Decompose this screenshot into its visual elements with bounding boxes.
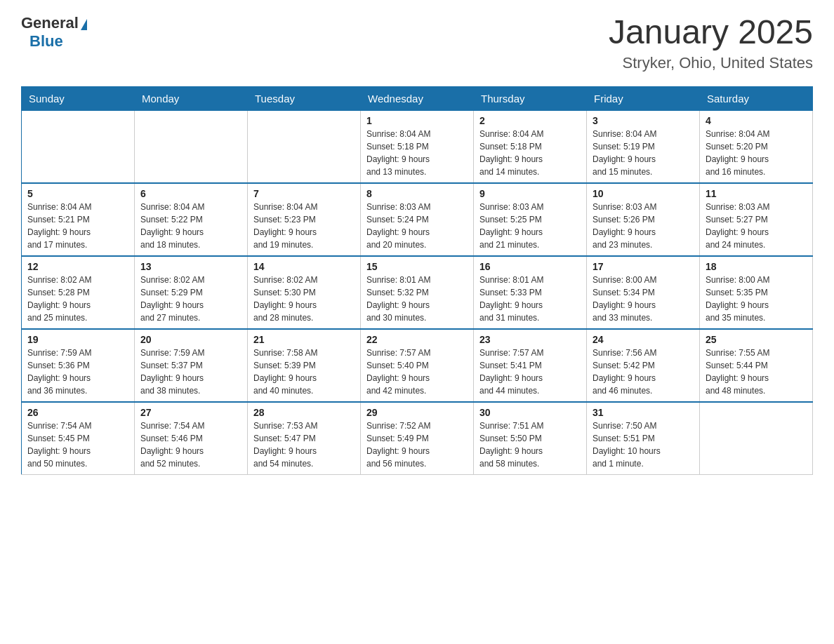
logo-triangle-icon: [81, 19, 87, 30]
day-info: Sunrise: 8:04 AMSunset: 5:18 PMDaylight:…: [479, 128, 581, 178]
day-info: Sunrise: 7:59 AMSunset: 5:37 PMDaylight:…: [140, 347, 241, 397]
day-info: Sunrise: 8:03 AMSunset: 5:27 PMDaylight:…: [706, 201, 807, 251]
calendar-cell: 22Sunrise: 7:57 AMSunset: 5:40 PMDayligh…: [361, 329, 474, 402]
day-info: Sunrise: 7:52 AMSunset: 5:49 PMDaylight:…: [366, 420, 468, 470]
day-number: 4: [706, 115, 807, 126]
page-title: January 2025: [609, 14, 813, 51]
day-number: 16: [479, 261, 581, 272]
day-number: 31: [593, 407, 694, 418]
calendar-week-4: 19Sunrise: 7:59 AMSunset: 5:36 PMDayligh…: [22, 329, 813, 402]
day-number: 21: [253, 334, 355, 345]
day-number: 11: [706, 188, 807, 199]
day-info: Sunrise: 7:59 AMSunset: 5:36 PMDaylight:…: [27, 347, 128, 397]
calendar-week-5: 26Sunrise: 7:54 AMSunset: 5:45 PMDayligh…: [22, 402, 813, 475]
header-friday: Friday: [587, 86, 700, 110]
calendar-body: 1Sunrise: 8:04 AMSunset: 5:18 PMDaylight…: [22, 110, 813, 474]
day-number: 19: [27, 334, 128, 345]
calendar-week-3: 12Sunrise: 8:02 AMSunset: 5:28 PMDayligh…: [22, 256, 813, 329]
day-number: 10: [593, 188, 694, 199]
day-info: Sunrise: 7:58 AMSunset: 5:39 PMDaylight:…: [253, 347, 355, 397]
page-subtitle: Stryker, Ohio, United States: [609, 54, 813, 72]
day-info: Sunrise: 8:04 AMSunset: 5:21 PMDaylight:…: [27, 201, 128, 251]
day-info: Sunrise: 8:02 AMSunset: 5:29 PMDaylight:…: [140, 274, 241, 324]
day-info: Sunrise: 7:54 AMSunset: 5:46 PMDaylight:…: [140, 420, 241, 470]
day-info: Sunrise: 8:04 AMSunset: 5:20 PMDaylight:…: [706, 128, 807, 178]
day-info: Sunrise: 8:03 AMSunset: 5:26 PMDaylight:…: [593, 201, 694, 251]
calendar-cell: 29Sunrise: 7:52 AMSunset: 5:49 PMDayligh…: [361, 402, 474, 475]
header-thursday: Thursday: [474, 86, 587, 110]
calendar-cell: 28Sunrise: 7:53 AMSunset: 5:47 PMDayligh…: [248, 402, 361, 475]
day-number: 15: [366, 261, 468, 272]
calendar-cell: 26Sunrise: 7:54 AMSunset: 5:45 PMDayligh…: [22, 402, 135, 475]
logo-blue-text: Blue: [29, 32, 63, 51]
day-number: 8: [366, 188, 468, 199]
header-saturday: Saturday: [700, 86, 813, 110]
calendar-cell: 5Sunrise: 8:04 AMSunset: 5:21 PMDaylight…: [22, 183, 135, 256]
day-info: Sunrise: 8:04 AMSunset: 5:22 PMDaylight:…: [140, 201, 241, 251]
calendar-cell: 27Sunrise: 7:54 AMSunset: 5:46 PMDayligh…: [135, 402, 248, 475]
day-number: 27: [140, 407, 241, 418]
calendar-cell: 10Sunrise: 8:03 AMSunset: 5:26 PMDayligh…: [587, 183, 700, 256]
calendar-cell: 13Sunrise: 8:02 AMSunset: 5:29 PMDayligh…: [135, 256, 248, 329]
calendar-cell: 25Sunrise: 7:55 AMSunset: 5:44 PMDayligh…: [700, 329, 813, 402]
day-number: 12: [27, 261, 128, 272]
calendar-cell: 20Sunrise: 7:59 AMSunset: 5:37 PMDayligh…: [135, 329, 248, 402]
day-info: Sunrise: 8:03 AMSunset: 5:24 PMDaylight:…: [366, 201, 468, 251]
calendar-cell: 19Sunrise: 7:59 AMSunset: 5:36 PMDayligh…: [22, 329, 135, 402]
calendar-cell: 16Sunrise: 8:01 AMSunset: 5:33 PMDayligh…: [474, 256, 587, 329]
calendar-cell: 9Sunrise: 8:03 AMSunset: 5:25 PMDaylight…: [474, 183, 587, 256]
day-number: 3: [593, 115, 694, 126]
calendar-cell: [135, 110, 248, 183]
day-info: Sunrise: 8:04 AMSunset: 5:23 PMDaylight:…: [253, 201, 355, 251]
calendar-week-2: 5Sunrise: 8:04 AMSunset: 5:21 PMDaylight…: [22, 183, 813, 256]
page-header: General Blue January 2025 Stryker, Ohio,…: [21, 14, 813, 72]
day-number: 30: [479, 407, 581, 418]
day-info: Sunrise: 7:54 AMSunset: 5:45 PMDaylight:…: [27, 420, 128, 470]
calendar-cell: 7Sunrise: 8:04 AMSunset: 5:23 PMDaylight…: [248, 183, 361, 256]
calendar-cell: 24Sunrise: 7:56 AMSunset: 5:42 PMDayligh…: [587, 329, 700, 402]
logo-general-text: General: [21, 14, 79, 32]
day-number: 20: [140, 334, 241, 345]
day-number: 9: [479, 188, 581, 199]
calendar-cell: 6Sunrise: 8:04 AMSunset: 5:22 PMDaylight…: [135, 183, 248, 256]
calendar-cell: 11Sunrise: 8:03 AMSunset: 5:27 PMDayligh…: [700, 183, 813, 256]
calendar-cell: [22, 110, 135, 183]
day-number: 26: [27, 407, 128, 418]
day-info: Sunrise: 8:04 AMSunset: 5:18 PMDaylight:…: [366, 128, 468, 178]
day-number: 25: [706, 334, 807, 345]
day-number: 6: [140, 188, 241, 199]
day-info: Sunrise: 8:04 AMSunset: 5:19 PMDaylight:…: [593, 128, 694, 178]
day-number: 23: [479, 334, 581, 345]
calendar-cell: 4Sunrise: 8:04 AMSunset: 5:20 PMDaylight…: [700, 110, 813, 183]
day-number: 28: [253, 407, 355, 418]
header-tuesday: Tuesday: [248, 86, 361, 110]
day-number: 1: [366, 115, 468, 126]
header-sunday: Sunday: [22, 86, 135, 110]
day-info: Sunrise: 7:53 AMSunset: 5:47 PMDaylight:…: [253, 420, 355, 470]
day-number: 17: [593, 261, 694, 272]
calendar-cell: 30Sunrise: 7:51 AMSunset: 5:50 PMDayligh…: [474, 402, 587, 475]
calendar-cell: 1Sunrise: 8:04 AMSunset: 5:18 PMDaylight…: [361, 110, 474, 183]
day-number: 2: [479, 115, 581, 126]
title-block: January 2025 Stryker, Ohio, United State…: [609, 14, 813, 72]
calendar-cell: 12Sunrise: 8:02 AMSunset: 5:28 PMDayligh…: [22, 256, 135, 329]
day-info: Sunrise: 7:56 AMSunset: 5:42 PMDaylight:…: [593, 347, 694, 397]
day-number: 13: [140, 261, 241, 272]
day-info: Sunrise: 8:03 AMSunset: 5:25 PMDaylight:…: [479, 201, 581, 251]
day-number: 7: [253, 188, 355, 199]
day-info: Sunrise: 8:00 AMSunset: 5:34 PMDaylight:…: [593, 274, 694, 324]
header-monday: Monday: [135, 86, 248, 110]
day-number: 24: [593, 334, 694, 345]
day-info: Sunrise: 8:02 AMSunset: 5:28 PMDaylight:…: [27, 274, 128, 324]
day-number: 22: [366, 334, 468, 345]
day-number: 14: [253, 261, 355, 272]
calendar-table: SundayMondayTuesdayWednesdayThursdayFrid…: [21, 86, 813, 475]
day-number: 18: [706, 261, 807, 272]
calendar-cell: 2Sunrise: 8:04 AMSunset: 5:18 PMDaylight…: [474, 110, 587, 183]
day-info: Sunrise: 7:57 AMSunset: 5:41 PMDaylight:…: [479, 347, 581, 397]
calendar-cell: 17Sunrise: 8:00 AMSunset: 5:34 PMDayligh…: [587, 256, 700, 329]
day-info: Sunrise: 8:01 AMSunset: 5:32 PMDaylight:…: [366, 274, 468, 324]
calendar-cell: 18Sunrise: 8:00 AMSunset: 5:35 PMDayligh…: [700, 256, 813, 329]
day-info: Sunrise: 7:55 AMSunset: 5:44 PMDaylight:…: [706, 347, 807, 397]
calendar-cell: 8Sunrise: 8:03 AMSunset: 5:24 PMDaylight…: [361, 183, 474, 256]
